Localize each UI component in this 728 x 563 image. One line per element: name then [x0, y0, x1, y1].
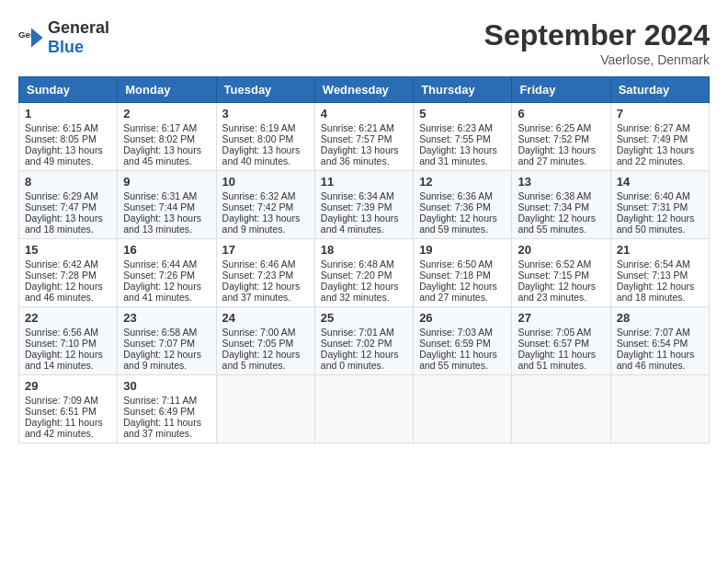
day-number: 20 [518, 243, 604, 257]
day-info: Sunrise: 6:21 AMSunset: 7:57 PMDaylight:… [321, 122, 407, 167]
calendar-cell: 15Sunrise: 6:42 AMSunset: 7:28 PMDayligh… [19, 239, 118, 307]
day-number: 26 [419, 311, 506, 325]
day-info: Sunrise: 6:19 AMSunset: 8:00 PMDaylight:… [222, 122, 309, 167]
day-number: 21 [617, 243, 703, 257]
day-number: 13 [518, 175, 604, 189]
day-number: 23 [123, 311, 210, 325]
logo-blue-text: Blue [48, 38, 84, 56]
day-info: Sunrise: 7:03 AMSunset: 6:59 PMDaylight:… [419, 327, 506, 371]
day-number: 6 [518, 107, 604, 121]
calendar-cell: 17Sunrise: 6:46 AMSunset: 7:23 PMDayligh… [216, 239, 314, 307]
calendar-cell: 29Sunrise: 7:09 AMSunset: 6:51 PMDayligh… [19, 375, 118, 443]
calendar-cell: 25Sunrise: 7:01 AMSunset: 7:02 PMDayligh… [314, 307, 413, 375]
logo-general-text: General [48, 18, 109, 37]
day-number: 18 [321, 243, 407, 257]
day-number: 25 [321, 311, 407, 325]
day-number: 1 [25, 107, 111, 121]
day-info: Sunrise: 6:38 AMSunset: 7:34 PMDaylight:… [518, 190, 604, 235]
month-year-title: September 2024 [484, 18, 710, 52]
calendar-week-row: 15Sunrise: 6:42 AMSunset: 7:28 PMDayligh… [19, 239, 710, 307]
day-number: 8 [25, 175, 111, 189]
day-number: 28 [617, 311, 703, 325]
day-number: 16 [123, 243, 210, 257]
calendar-table: SundayMondayTuesdayWednesdayThursdayFrid… [18, 76, 710, 443]
calendar-cell: 19Sunrise: 6:50 AMSunset: 7:18 PMDayligh… [414, 239, 512, 307]
calendar-cell: 13Sunrise: 6:38 AMSunset: 7:34 PMDayligh… [512, 171, 610, 239]
svg-marker-1 [31, 29, 43, 48]
day-number: 27 [518, 311, 604, 325]
calendar-cell: 16Sunrise: 6:44 AMSunset: 7:26 PMDayligh… [118, 239, 216, 307]
weekday-header-tuesday: Tuesday [216, 77, 314, 103]
day-number: 17 [222, 243, 309, 257]
calendar-cell: 12Sunrise: 6:36 AMSunset: 7:36 PMDayligh… [414, 171, 512, 239]
calendar-cell: 27Sunrise: 7:05 AMSunset: 6:57 PMDayligh… [512, 307, 610, 375]
day-info: Sunrise: 6:46 AMSunset: 7:23 PMDaylight:… [222, 259, 309, 303]
day-number: 12 [419, 175, 506, 189]
calendar-cell: 14Sunrise: 6:40 AMSunset: 7:31 PMDayligh… [610, 171, 709, 239]
day-info: Sunrise: 6:40 AMSunset: 7:31 PMDaylight:… [617, 190, 703, 235]
day-number: 19 [419, 243, 506, 257]
day-number: 15 [25, 243, 111, 257]
calendar-cell: 22Sunrise: 6:56 AMSunset: 7:10 PMDayligh… [19, 307, 118, 375]
day-number: 2 [123, 107, 210, 121]
calendar-cell: 5Sunrise: 6:23 AMSunset: 7:55 PMDaylight… [414, 103, 512, 171]
weekday-header-wednesday: Wednesday [314, 77, 413, 103]
calendar-cell [512, 375, 610, 443]
day-info: Sunrise: 6:48 AMSunset: 7:20 PMDaylight:… [321, 259, 407, 303]
page-header: Gen General Blue September 2024 Vaerlose… [18, 18, 710, 67]
calendar-cell: 28Sunrise: 7:07 AMSunset: 6:54 PMDayligh… [610, 307, 709, 375]
day-info: Sunrise: 6:27 AMSunset: 7:49 PMDaylight:… [617, 122, 703, 167]
day-info: Sunrise: 6:58 AMSunset: 7:07 PMDaylight:… [123, 327, 210, 371]
calendar-week-row: 8Sunrise: 6:29 AMSunset: 7:47 PMDaylight… [19, 171, 710, 239]
day-info: Sunrise: 7:09 AMSunset: 6:51 PMDaylight:… [25, 395, 111, 439]
calendar-week-row: 29Sunrise: 7:09 AMSunset: 6:51 PMDayligh… [19, 375, 710, 443]
calendar-cell: 3Sunrise: 6:19 AMSunset: 8:00 PMDaylight… [216, 103, 314, 171]
calendar-cell [414, 375, 512, 443]
calendar-cell: 30Sunrise: 7:11 AMSunset: 6:49 PMDayligh… [118, 375, 216, 443]
location-text: Vaerlose, Denmark [484, 52, 710, 67]
calendar-cell: 7Sunrise: 6:27 AMSunset: 7:49 PMDaylight… [610, 103, 709, 171]
weekday-header-sunday: Sunday [19, 77, 118, 103]
weekday-header-monday: Monday [118, 77, 216, 103]
day-info: Sunrise: 6:31 AMSunset: 7:44 PMDaylight:… [123, 190, 210, 235]
day-number: 29 [25, 379, 111, 393]
calendar-cell: 6Sunrise: 6:25 AMSunset: 7:52 PMDaylight… [512, 103, 610, 171]
calendar-cell: 4Sunrise: 6:21 AMSunset: 7:57 PMDaylight… [314, 103, 413, 171]
title-section: September 2024 Vaerlose, Denmark [484, 18, 710, 67]
day-number: 10 [222, 175, 309, 189]
day-info: Sunrise: 6:54 AMSunset: 7:13 PMDaylight:… [617, 259, 703, 303]
day-info: Sunrise: 6:50 AMSunset: 7:18 PMDaylight:… [419, 259, 506, 303]
calendar-cell: 1Sunrise: 6:15 AMSunset: 8:05 PMDaylight… [19, 103, 118, 171]
calendar-cell: 8Sunrise: 6:29 AMSunset: 7:47 PMDaylight… [19, 171, 118, 239]
calendar-cell: 2Sunrise: 6:17 AMSunset: 8:02 PMDaylight… [118, 103, 216, 171]
day-number: 5 [419, 107, 506, 121]
day-info: Sunrise: 6:42 AMSunset: 7:28 PMDaylight:… [25, 259, 111, 303]
day-number: 24 [222, 311, 309, 325]
day-info: Sunrise: 7:01 AMSunset: 7:02 PMDaylight:… [321, 327, 407, 371]
day-info: Sunrise: 7:11 AMSunset: 6:49 PMDaylight:… [123, 395, 210, 439]
day-info: Sunrise: 6:17 AMSunset: 8:02 PMDaylight:… [123, 122, 210, 167]
day-info: Sunrise: 6:25 AMSunset: 7:52 PMDaylight:… [518, 122, 604, 167]
calendar-cell [216, 375, 314, 443]
day-number: 7 [617, 107, 703, 121]
calendar-cell: 20Sunrise: 6:52 AMSunset: 7:15 PMDayligh… [512, 239, 610, 307]
weekday-header-friday: Friday [512, 77, 610, 103]
day-number: 11 [321, 175, 407, 189]
logo-icon: Gen [18, 25, 44, 51]
day-info: Sunrise: 7:00 AMSunset: 7:05 PMDaylight:… [222, 327, 309, 371]
day-number: 22 [25, 311, 111, 325]
day-number: 4 [321, 107, 407, 121]
day-info: Sunrise: 6:36 AMSunset: 7:36 PMDaylight:… [419, 190, 506, 235]
day-number: 14 [617, 175, 703, 189]
day-number: 9 [123, 175, 210, 189]
weekday-header-saturday: Saturday [610, 77, 709, 103]
day-info: Sunrise: 7:05 AMSunset: 6:57 PMDaylight:… [518, 327, 604, 371]
weekday-header-thursday: Thursday [414, 77, 512, 103]
weekday-header-row: SundayMondayTuesdayWednesdayThursdayFrid… [19, 77, 710, 103]
day-info: Sunrise: 7:07 AMSunset: 6:54 PMDaylight:… [617, 327, 703, 371]
calendar-cell: 9Sunrise: 6:31 AMSunset: 7:44 PMDaylight… [118, 171, 216, 239]
calendar-cell: 18Sunrise: 6:48 AMSunset: 7:20 PMDayligh… [314, 239, 413, 307]
calendar-cell: 23Sunrise: 6:58 AMSunset: 7:07 PMDayligh… [118, 307, 216, 375]
calendar-cell [610, 375, 709, 443]
calendar-cell: 24Sunrise: 7:00 AMSunset: 7:05 PMDayligh… [216, 307, 314, 375]
